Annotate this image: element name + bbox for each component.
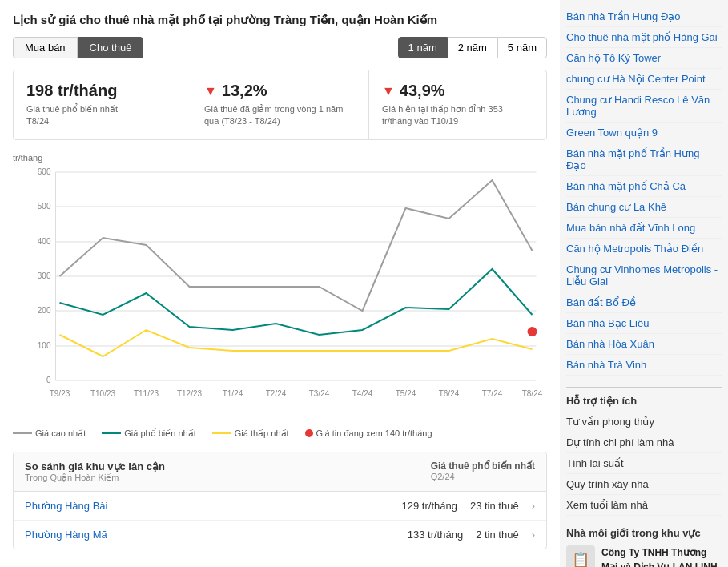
sidebar-link-2[interactable]: Căn hộ Tô Ký Tower — [566, 48, 722, 69]
sidebar-link-14[interactable]: Bán nhà Hòa Xuân — [566, 334, 722, 355]
legend-current: Giá tin đang xem 140 tr/tháng — [305, 428, 432, 438]
chevron-right-icon-1: › — [532, 529, 535, 541]
sidebar-link-4[interactable]: Chung cư Handi Resco Lê Văn Lương — [566, 90, 722, 123]
legend-label-current: Giá tin đang xem 140 tr/tháng — [316, 428, 432, 438]
svg-text:T11/23: T11/23 — [134, 389, 159, 398]
svg-text:T7/24: T7/24 — [482, 389, 503, 398]
stat-common-price: 198 tr/tháng Giá thuê phổ biến nhấtT8/24 — [14, 70, 191, 139]
price-chart: 0 100 200 300 400 500 600 T9/23 T10/23 T… — [13, 164, 547, 420]
compare-count-1: 2 tin thuê — [476, 529, 519, 541]
compare-header: So sánh giá khu vực lân cận Trong Quận H… — [14, 452, 546, 492]
sidebar-link-15[interactable]: Bán nhà Trà Vinh — [566, 355, 722, 376]
sidebar-link-10[interactable]: Căn hộ Metropolis Thảo Điền — [566, 239, 722, 259]
time-2-nam[interactable]: 2 năm — [448, 37, 497, 58]
time-5-nam[interactable]: 5 năm — [497, 37, 547, 58]
sidebar-link-7[interactable]: Bán nhà mặt phố Chả Cá — [566, 176, 722, 197]
utility-link-0[interactable]: Tư vấn phong thủy — [566, 412, 722, 432]
down-arrow-icon-2: ▼ — [382, 84, 395, 99]
svg-text:300: 300 — [38, 271, 51, 280]
broker-name-0: Công Ty TNHH Thương Mại và Dịch Vụ LAN L… — [601, 545, 722, 567]
sidebar-link-5[interactable]: Green Town quận 9 — [566, 123, 722, 143]
svg-text:200: 200 — [38, 306, 51, 315]
svg-text:T2/24: T2/24 — [266, 389, 287, 398]
broker-title: Nhà môi giới trong khu vực — [566, 527, 722, 539]
compare-name-1[interactable]: Phường Hàng Mã — [25, 529, 107, 541]
chart-area: tr/tháng 0 100 200 300 400 500 — [13, 153, 547, 420]
sidebar-link-12[interactable]: Bán đất Bổ Đề — [566, 292, 722, 313]
svg-text:T9/23: T9/23 — [50, 389, 70, 398]
compare-header-right-title: Giá thuê phổ biến nhất — [431, 460, 535, 472]
utility-link-2[interactable]: Tính lãi suất — [566, 453, 722, 474]
high-line — [60, 180, 533, 311]
type-tab-group: Mua bán Cho thuê — [13, 37, 143, 58]
broker-card-0: 📋 Công Ty TNHH Thương Mại và Dịch Vụ LAN… — [566, 545, 722, 567]
legend-line-common — [102, 432, 121, 434]
utility-link-1[interactable]: Dự tính chi phí làm nhà — [566, 432, 722, 453]
stat-value-0: 198 tr/tháng — [26, 82, 117, 100]
sidebar-link-9[interactable]: Mua bán nhà đất Vĩnh Long — [566, 218, 722, 239]
tab-mua-ban[interactable]: Mua bán — [13, 37, 78, 58]
svg-text:500: 500 — [38, 202, 51, 211]
svg-text:T1/24: T1/24 — [223, 389, 243, 398]
stat-decrease: ▼ 13,2% Giá thuê đã giảm trong vòng 1 nă… — [191, 70, 369, 139]
stat-value-1: 13,2% — [222, 82, 267, 100]
stat-below-peak: ▼ 43,9% Giá hiện tại thấp hơn đỉnh 353 t… — [369, 70, 546, 139]
sidebar-link-11[interactable]: Chung cư Vinhomes Metropolis - Liễu Giai — [566, 259, 722, 292]
legend-line-low — [212, 432, 231, 434]
svg-text:T10/23: T10/23 — [90, 389, 116, 398]
sidebar-links-section: Bán nhà Trần Hưng Đạo Cho thuê nhà mặt p… — [566, 6, 722, 376]
legend-low: Giá thấp nhất — [212, 428, 289, 439]
sidebar-link-1[interactable]: Cho thuê nhà mặt phố Hàng Gai — [566, 27, 722, 48]
legend-label-low: Giá thấp nhất — [235, 428, 289, 439]
utility-link-3[interactable]: Quy trình xây nhà — [566, 474, 722, 495]
legend-line-high — [13, 432, 32, 434]
compare-name-0[interactable]: Phường Hàng Bài — [25, 500, 107, 512]
compare-header-title: So sánh giá khu vực lân cận — [25, 460, 165, 472]
legend-dot-current — [305, 429, 313, 437]
legend-label-high: Giá cao nhất — [35, 428, 86, 439]
compare-price-1: 133 tr/tháng — [408, 529, 463, 541]
tab-cho-thue[interactable]: Cho thuê — [78, 37, 144, 58]
compare-price-0: 129 tr/tháng — [402, 500, 457, 512]
utility-section: Hỗ trợ tiện ích Tư vấn phong thủy Dự tín… — [566, 387, 722, 516]
legend-high: Giá cao nhất — [13, 428, 86, 439]
broker-avatar-0: 📋 — [566, 545, 595, 567]
legend-common: Giá phổ biến nhất — [102, 428, 196, 439]
compare-row-0: Phường Hàng Bài 129 tr/tháng 23 tin thuê… — [14, 492, 546, 521]
legend-label-common: Giá phổ biến nhất — [124, 428, 196, 439]
sidebar-link-6[interactable]: Bán nhà mặt phố Trần Hưng Đạo — [566, 143, 722, 176]
stat-value-2: 43,9% — [400, 82, 445, 100]
current-price-dot — [528, 327, 537, 336]
stat-label-1: Giá thuê đã giảm trong vòng 1 năm qua (T… — [204, 103, 356, 128]
utility-title: Hỗ trợ tiện ích — [566, 387, 722, 407]
broker-section: Nhà môi giới trong khu vực 📋 Công Ty TNH… — [566, 527, 722, 567]
compare-count-0: 23 tin thuê — [470, 500, 519, 512]
svg-text:100: 100 — [38, 341, 51, 350]
compare-row-1: Phường Hàng Mã 133 tr/tháng 2 tin thuê › — [14, 521, 546, 549]
compare-section: So sánh giá khu vực lân cận Trong Quận H… — [13, 452, 547, 549]
common-line — [60, 269, 533, 335]
legend-row: Giá cao nhất Giá phổ biến nhất Giá thấp … — [13, 428, 547, 439]
compare-header-right-sub: Q2/24 — [431, 472, 535, 481]
stat-label-0: Giá thuê phổ biến nhấtT8/24 — [26, 103, 178, 128]
svg-text:400: 400 — [38, 237, 51, 246]
svg-text:T3/24: T3/24 — [309, 389, 330, 398]
stats-row: 198 tr/tháng Giá thuê phổ biến nhấtT8/24… — [13, 70, 547, 140]
svg-text:T4/24: T4/24 — [352, 389, 373, 398]
tab-row: Mua bán Cho thuê 1 năm 2 năm 5 năm — [13, 37, 547, 58]
svg-text:T8/24: T8/24 — [522, 389, 543, 398]
sidebar-link-0[interactable]: Bán nhà Trần Hưng Đạo — [566, 6, 722, 27]
time-tab-group: 1 năm 2 năm 5 năm — [398, 37, 547, 58]
time-1-nam[interactable]: 1 năm — [398, 37, 448, 58]
sidebar-link-8[interactable]: Bán chung cư La Khê — [566, 197, 722, 218]
utility-link-4[interactable]: Xem tuổi làm nhà — [566, 495, 722, 516]
chart-y-label: tr/tháng — [13, 153, 547, 163]
svg-text:T5/24: T5/24 — [396, 389, 416, 398]
sidebar-link-13[interactable]: Bán nhà Bạc Liêu — [566, 313, 722, 334]
svg-text:T6/24: T6/24 — [439, 389, 460, 398]
sidebar: Bán nhà Trần Hưng Đạo Cho thuê nhà mặt p… — [560, 0, 728, 567]
sidebar-link-3[interactable]: chung cư Hà Nội Center Point — [566, 69, 722, 90]
stat-label-2: Giá hiện tại thấp hơn đỉnh 353 tr/tháng … — [382, 103, 533, 128]
svg-text:600: 600 — [38, 167, 51, 176]
svg-text:0: 0 — [46, 376, 51, 384]
